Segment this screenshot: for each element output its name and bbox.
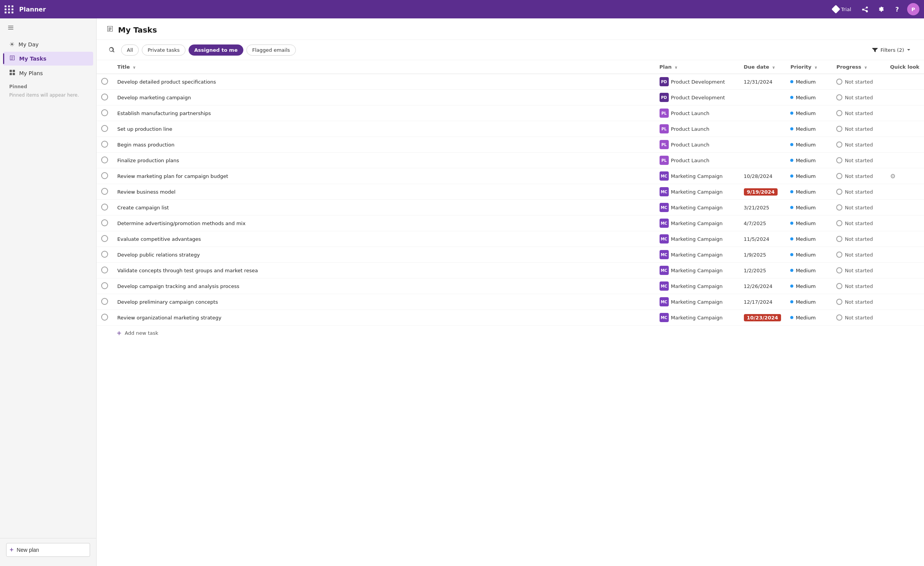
plan-badge[interactable]: MCMarketing Campaign — [660, 234, 723, 244]
add-task-row[interactable]: + Add new task — [97, 326, 924, 341]
task-checkbox[interactable] — [101, 141, 108, 148]
progress-circle-icon — [836, 173, 842, 179]
task-title[interactable]: Develop campaign tracking and analysis p… — [117, 283, 240, 289]
plan-badge[interactable]: MCMarketing Campaign — [660, 219, 723, 228]
task-title[interactable]: Develop preliminary campaign concepts — [117, 299, 218, 305]
plan-badge[interactable]: PDProduct Development — [660, 77, 725, 86]
task-title[interactable]: Create campaign list — [117, 205, 169, 211]
plan-badge[interactable]: PLProduct Launch — [660, 109, 710, 118]
task-checkbox[interactable] — [101, 172, 108, 179]
task-more-button[interactable]: ⋯ — [233, 171, 242, 181]
tab-all[interactable]: All — [121, 44, 139, 56]
task-more-button[interactable]: ⋯ — [195, 93, 205, 102]
plan-name: Marketing Campaign — [671, 189, 723, 195]
table-row: Review business model⋯MCMarketing Campai… — [97, 184, 924, 200]
tab-flagged-emails[interactable]: Flagged emails — [246, 44, 296, 56]
tab-assigned-to-me[interactable]: Assigned to me — [189, 44, 243, 56]
settings-icon[interactable] — [875, 3, 887, 15]
task-more-button[interactable]: ⋯ — [263, 266, 272, 275]
progress-circle-icon — [836, 314, 842, 321]
col-header-title[interactable]: Title ∨ — [113, 60, 655, 74]
plan-badge[interactable]: MCMarketing Campaign — [660, 171, 723, 181]
task-title[interactable]: Validate concepts through test groups an… — [117, 268, 258, 273]
col-header-due-date[interactable]: Due date ∨ — [739, 60, 786, 74]
task-checkbox[interactable] — [101, 298, 108, 305]
task-title[interactable]: Review business model — [117, 189, 176, 195]
new-plan-plus-icon: + — [10, 546, 14, 553]
task-more-button[interactable]: ⋯ — [223, 297, 232, 306]
task-checkbox[interactable] — [101, 109, 108, 116]
task-info-button[interactable] — [220, 77, 230, 86]
plan-badge[interactable]: MCMarketing Campaign — [660, 281, 723, 291]
plan-name: Product Launch — [671, 158, 710, 163]
help-icon[interactable]: ? — [891, 3, 903, 15]
col-header-plan[interactable]: Plan ∨ — [655, 60, 739, 74]
trial-button[interactable]: Trial — [829, 5, 855, 14]
app-grid-icon[interactable] — [5, 5, 14, 13]
filter-button[interactable]: Filters (2) — [868, 44, 915, 55]
task-checkbox[interactable] — [101, 267, 108, 273]
task-more-button[interactable]: ⋯ — [180, 187, 189, 196]
task-title[interactable]: Develop marketing campaign — [117, 95, 191, 100]
task-more-button[interactable]: ⋯ — [231, 77, 240, 86]
task-checkbox[interactable] — [101, 204, 108, 211]
new-plan-button[interactable]: + New plan — [6, 543, 90, 557]
task-checkbox[interactable] — [101, 282, 108, 289]
task-more-button[interactable]: ⋯ — [177, 124, 186, 133]
sidebar-collapse-button[interactable] — [5, 21, 17, 34]
col-header-priority[interactable]: Priority ∨ — [786, 60, 832, 74]
task-more-button[interactable]: ⋯ — [226, 313, 235, 322]
plan-badge[interactable]: MCMarketing Campaign — [660, 203, 723, 212]
task-title[interactable]: Finalize production plans — [117, 158, 179, 163]
plan-badge[interactable]: MCMarketing Campaign — [660, 187, 723, 196]
plan-badge[interactable]: PDProduct Development — [660, 93, 725, 102]
task-more-button[interactable]: ⋯ — [250, 219, 259, 228]
tab-private-tasks[interactable]: Private tasks — [142, 44, 185, 56]
task-more-button[interactable]: ⋯ — [244, 281, 253, 291]
task-checkbox[interactable] — [101, 156, 108, 163]
task-title[interactable]: Establish manufacturing partnerships — [117, 110, 211, 116]
task-title[interactable]: Develop public relations strategy — [117, 252, 200, 258]
task-title[interactable]: Set up production line — [117, 126, 172, 132]
task-title[interactable]: Develop detailed product specifications — [117, 79, 216, 85]
col-header-progress[interactable]: Progress ∨ — [832, 60, 885, 74]
progress-label: Not started — [845, 110, 873, 116]
share-icon[interactable] — [859, 3, 871, 15]
task-more-button[interactable]: ⋯ — [205, 234, 215, 244]
task-more-button[interactable]: ⋯ — [215, 109, 225, 118]
task-title[interactable]: Evaluate competitive advantages — [117, 236, 201, 242]
task-more-button[interactable]: ⋯ — [184, 156, 193, 165]
task-checkbox[interactable] — [101, 219, 108, 226]
plan-badge[interactable]: PLProduct Launch — [660, 156, 710, 165]
task-checkbox[interactable] — [101, 78, 108, 85]
search-button[interactable] — [106, 44, 118, 56]
sidebar-item-my-plans[interactable]: My Plans — [3, 66, 93, 80]
table-row: Develop campaign tracking and analysis p… — [97, 278, 924, 294]
task-checkbox[interactable] — [101, 314, 108, 321]
task-checkbox[interactable] — [101, 94, 108, 100]
task-title[interactable]: Determine advertising/promotion methods … — [117, 220, 246, 226]
progress-label: Not started — [845, 142, 873, 148]
sidebar-item-my-tasks[interactable]: My Tasks — [3, 52, 93, 66]
priority-label: Medium — [796, 173, 816, 179]
plan-badge[interactable]: MCMarketing Campaign — [660, 250, 723, 259]
plan-badge[interactable]: MCMarketing Campaign — [660, 313, 723, 322]
task-checkbox[interactable] — [101, 188, 108, 195]
task-checkbox[interactable] — [101, 125, 108, 132]
plan-badge[interactable]: MCMarketing Campaign — [660, 266, 723, 275]
task-more-button[interactable]: ⋯ — [205, 250, 214, 259]
priority-cell: Medium — [790, 205, 827, 211]
task-checkbox[interactable] — [101, 235, 108, 242]
task-checkbox[interactable] — [101, 251, 108, 258]
quick-look-button[interactable]: ⚙ — [890, 173, 895, 180]
task-more-button[interactable]: ⋯ — [174, 203, 183, 212]
avatar[interactable]: P — [907, 3, 919, 15]
plan-badge[interactable]: MCMarketing Campaign — [660, 297, 723, 306]
plan-badge[interactable]: PLProduct Launch — [660, 140, 710, 149]
task-title[interactable]: Review organizational marketing strategy — [117, 315, 222, 321]
task-title[interactable]: Begin mass production — [117, 142, 174, 148]
task-title[interactable]: Review marketing plan for campaign budge… — [117, 173, 228, 179]
sidebar-item-my-day[interactable]: ☀ My Day — [3, 38, 93, 51]
plan-badge[interactable]: PLProduct Launch — [660, 124, 710, 133]
task-more-button[interactable]: ⋯ — [179, 140, 188, 149]
